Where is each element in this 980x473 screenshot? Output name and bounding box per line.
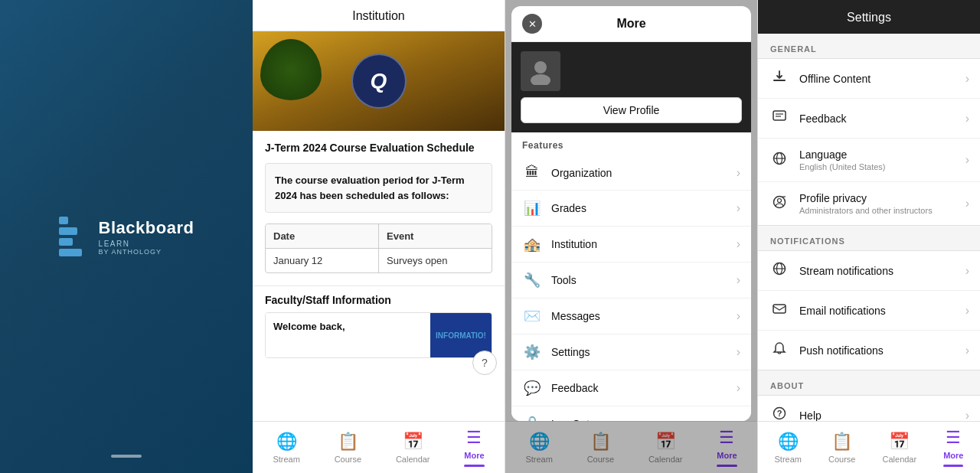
institution-bottom-nav: 🌐 Stream 📋 Course 📅 Calendar ☰ More bbox=[253, 421, 505, 473]
svg-rect-3 bbox=[773, 111, 786, 120]
menu-item-institution[interactable]: 🏤 Institution › bbox=[511, 227, 751, 263]
settings-nav-course[interactable]: 📋 Course bbox=[822, 429, 861, 467]
institution-panel: Institution Q J-Term 2024 Course Evaluat… bbox=[253, 0, 505, 473]
menu-item-tools[interactable]: 🔧 Tools › bbox=[511, 263, 751, 298]
settings-body: GENERAL Offline Content › bbox=[758, 34, 980, 421]
nav-calendar[interactable]: 📅 Calendar bbox=[390, 429, 436, 467]
svg-point-1 bbox=[531, 74, 550, 85]
more-modal-sheet: ✕ More View Profile Features 🏛 Organizat… bbox=[511, 6, 751, 421]
settings-calendar-label: Calendar bbox=[883, 455, 917, 464]
institution-chevron: › bbox=[737, 237, 740, 251]
grades-chevron: › bbox=[737, 201, 740, 215]
help-fab[interactable]: ? bbox=[472, 351, 497, 375]
settings-nav-stream[interactable]: 🌐 Stream bbox=[769, 429, 808, 467]
brand-name: Blackboard bbox=[99, 218, 194, 238]
notifications-section-label: NOTIFICATIONS bbox=[758, 226, 980, 250]
more-modal-header: ✕ More bbox=[511, 6, 751, 42]
menu-item-grades[interactable]: 📊 Grades › bbox=[511, 191, 751, 227]
language-text: Language English (United States) bbox=[799, 148, 965, 171]
help-text: Help bbox=[799, 409, 965, 422]
privacy-label: Profile privacy bbox=[799, 192, 965, 204]
course-icon: 📋 bbox=[338, 432, 358, 452]
settings-item-privacy[interactable]: Profile privacy Administrators and other… bbox=[758, 182, 980, 225]
menu-item-logout[interactable]: 🔓 Log Out › bbox=[511, 406, 751, 421]
stream-notif-icon bbox=[769, 261, 790, 280]
logout-icon: 🔓 bbox=[522, 416, 542, 421]
settings-item-language[interactable]: Language English (United States) › bbox=[758, 139, 980, 182]
email-notif-label: Email notifications bbox=[799, 305, 965, 317]
push-notif-icon bbox=[769, 341, 790, 360]
institution-logo: Q bbox=[351, 54, 407, 109]
offline-label: Offline Content bbox=[799, 73, 965, 85]
settings-item-feedback[interactable]: Feedback › bbox=[758, 99, 980, 139]
table-header-row: Date Event bbox=[266, 224, 492, 249]
organization-icon: 🏛 bbox=[522, 165, 542, 181]
settings-item-push-notif[interactable]: Push notifications › bbox=[758, 331, 980, 370]
calendar-label: Calendar bbox=[396, 455, 430, 464]
feedback-text: Feedback bbox=[799, 113, 965, 125]
settings-bottom-nav: 🌐 Stream 📋 Course 📅 Calendar ☰ More bbox=[758, 421, 980, 473]
bb-text: Blackboard LEARN BY ANTHOLOGY bbox=[99, 218, 194, 256]
svg-rect-2 bbox=[773, 80, 786, 81]
more-menu-list: 🏛 Organization › 📊 Grades › 🏤 Institutio… bbox=[511, 155, 751, 421]
settings-header: Settings bbox=[758, 0, 980, 34]
logout-chevron: › bbox=[737, 417, 740, 421]
menu-item-settings[interactable]: ⚙️ Settings › bbox=[511, 334, 751, 370]
menu-item-organization[interactable]: 🏛 Organization › bbox=[511, 155, 751, 191]
modal-close-button[interactable]: ✕ bbox=[522, 14, 542, 34]
feedback-settings-icon bbox=[769, 109, 790, 128]
welcome-label: Welcome back, bbox=[273, 321, 345, 332]
table-data-row: January 12 Surveys open bbox=[266, 249, 492, 272]
privacy-text: Profile privacy Administrators and other… bbox=[799, 192, 965, 215]
stream-notif-label: Stream notifications bbox=[799, 265, 965, 277]
schedule-table: Date Event January 12 Surveys open bbox=[265, 223, 492, 273]
nav-course[interactable]: 📋 Course bbox=[328, 429, 368, 467]
notifications-settings-list: Stream notifications › Email notificatio… bbox=[758, 250, 980, 370]
stream-notif-text: Stream notifications bbox=[799, 265, 965, 277]
messages-label: Messages bbox=[551, 310, 737, 322]
more-panel: 🌐 Stream 📋 Course 📅 Calendar ☰ More ✕ Mo… bbox=[505, 0, 758, 473]
welcome-block: Welcome back, INFORMATIO! bbox=[265, 312, 492, 358]
settings-nav-more[interactable]: ☰ More bbox=[937, 425, 969, 470]
feedback-icon: 💬 bbox=[522, 380, 542, 396]
language-chevron: › bbox=[965, 153, 969, 167]
svg-point-10 bbox=[778, 198, 782, 202]
settings-nav-calendar[interactable]: 📅 Calendar bbox=[877, 429, 923, 467]
institution-icon: 🏤 bbox=[522, 236, 542, 253]
nav-stream[interactable]: 🌐 Stream bbox=[266, 429, 305, 467]
menu-item-feedback[interactable]: 💬 Feedback › bbox=[511, 370, 751, 406]
svg-text:?: ? bbox=[777, 409, 782, 418]
nav-more[interactable]: ☰ More bbox=[458, 425, 490, 470]
features-label: Features bbox=[511, 132, 751, 155]
settings-panel: Settings GENERAL Offline Content › bbox=[758, 0, 980, 473]
institution-hero: Q bbox=[253, 31, 505, 131]
feedback-label: Feedback bbox=[551, 382, 737, 394]
privacy-icon bbox=[769, 194, 790, 214]
settings-item-email-notif[interactable]: Email notifications › bbox=[758, 291, 980, 331]
messages-chevron: › bbox=[737, 309, 740, 323]
institution-logo-letter: Q bbox=[371, 69, 387, 93]
bb-icon bbox=[59, 217, 90, 256]
view-profile-button[interactable]: View Profile bbox=[521, 97, 742, 123]
logout-label: Log Out bbox=[551, 418, 737, 421]
bb-bar-4 bbox=[59, 249, 82, 256]
settings-course-icon: 📋 bbox=[831, 432, 852, 452]
privacy-sublabel: Administrators and other instructors bbox=[799, 206, 965, 215]
settings-item-offline[interactable]: Offline Content › bbox=[758, 59, 980, 99]
feedback-settings-label: Feedback bbox=[799, 113, 965, 125]
settings-item-stream-notif[interactable]: Stream notifications › bbox=[758, 251, 980, 291]
tools-label: Tools bbox=[551, 274, 737, 286]
settings-icon: ⚙️ bbox=[522, 344, 542, 360]
email-notif-chevron: › bbox=[965, 304, 969, 318]
settings-item-help[interactable]: ? Help › bbox=[758, 396, 980, 421]
course-eval-section: J-Term 2024 Course Evaluation Schedule T… bbox=[253, 131, 505, 273]
language-sublabel: English (United States) bbox=[799, 162, 965, 171]
stream-icon: 🌐 bbox=[276, 432, 297, 452]
more-underline bbox=[464, 465, 484, 467]
messages-icon: ✉️ bbox=[522, 308, 542, 325]
institution-label: Institution bbox=[551, 238, 737, 250]
faculty-section: Faculty/Staff Information Welcome back, … bbox=[253, 285, 505, 367]
brand-learn: LEARN bbox=[99, 240, 194, 248]
menu-item-messages[interactable]: ✉️ Messages › bbox=[511, 298, 751, 334]
feedback-chevron: › bbox=[737, 381, 740, 395]
